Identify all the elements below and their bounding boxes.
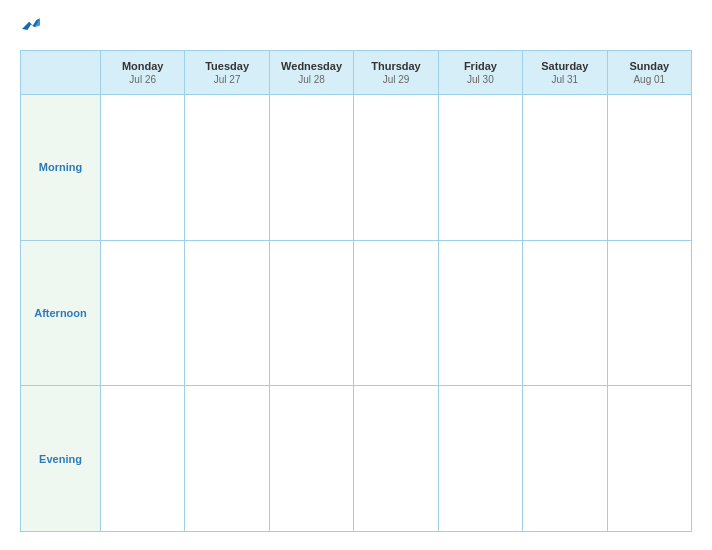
cell-afternoon-wednesday[interactable] bbox=[269, 240, 353, 386]
row-label-evening: Evening bbox=[21, 386, 101, 532]
table-header: MondayJul 26TuesdayJul 27WednesdayJul 28… bbox=[21, 51, 692, 95]
cell-evening-monday[interactable] bbox=[101, 386, 185, 532]
cell-morning-friday[interactable] bbox=[438, 95, 522, 241]
table-header-col-0: MondayJul 26 bbox=[101, 51, 185, 95]
cell-afternoon-thursday[interactable] bbox=[354, 240, 438, 386]
table-header-label bbox=[21, 51, 101, 95]
logo-blue-text bbox=[20, 18, 40, 32]
table-header-col-4: FridayJul 30 bbox=[438, 51, 522, 95]
cell-afternoon-monday[interactable] bbox=[101, 240, 185, 386]
table-body: MorningAfternoonEvening bbox=[21, 95, 692, 532]
cell-evening-sunday[interactable] bbox=[607, 386, 691, 532]
cell-afternoon-sunday[interactable] bbox=[607, 240, 691, 386]
table-row: Afternoon bbox=[21, 240, 692, 386]
logo bbox=[20, 18, 40, 32]
table-row: Morning bbox=[21, 95, 692, 241]
cell-morning-monday[interactable] bbox=[101, 95, 185, 241]
page-header bbox=[20, 18, 692, 36]
cell-afternoon-tuesday[interactable] bbox=[185, 240, 269, 386]
cell-evening-friday[interactable] bbox=[438, 386, 522, 532]
cell-evening-wednesday[interactable] bbox=[269, 386, 353, 532]
cell-morning-sunday[interactable] bbox=[607, 95, 691, 241]
table-header-col-6: SundayAug 01 bbox=[607, 51, 691, 95]
cell-afternoon-friday[interactable] bbox=[438, 240, 522, 386]
logo-bird-icon bbox=[22, 18, 40, 32]
cell-morning-wednesday[interactable] bbox=[269, 95, 353, 241]
cell-morning-saturday[interactable] bbox=[523, 95, 607, 241]
table-header-col-3: ThursdayJul 29 bbox=[354, 51, 438, 95]
cell-afternoon-saturday[interactable] bbox=[523, 240, 607, 386]
cell-morning-tuesday[interactable] bbox=[185, 95, 269, 241]
cell-evening-saturday[interactable] bbox=[523, 386, 607, 532]
table-header-col-5: SaturdayJul 31 bbox=[523, 51, 607, 95]
table-header-col-1: TuesdayJul 27 bbox=[185, 51, 269, 95]
cell-evening-thursday[interactable] bbox=[354, 386, 438, 532]
planner-table: MondayJul 26TuesdayJul 27WednesdayJul 28… bbox=[20, 50, 692, 532]
cell-evening-tuesday[interactable] bbox=[185, 386, 269, 532]
row-label-afternoon: Afternoon bbox=[21, 240, 101, 386]
table-row: Evening bbox=[21, 386, 692, 532]
table-header-col-2: WednesdayJul 28 bbox=[269, 51, 353, 95]
cell-morning-thursday[interactable] bbox=[354, 95, 438, 241]
row-label-morning: Morning bbox=[21, 95, 101, 241]
